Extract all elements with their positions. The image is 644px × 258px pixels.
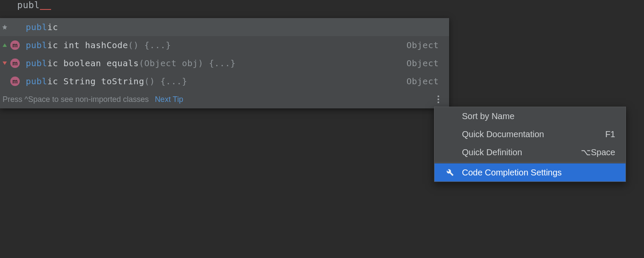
wrench-icon — [444, 168, 456, 177]
menu-item-label: Quick Documentation — [462, 129, 544, 139]
menu-separator — [434, 162, 626, 163]
menu-item-code-completion-settings[interactable]: Code Completion Settings — [434, 163, 626, 181]
kw-rest: ic — [47, 22, 58, 32]
completion-footer-hint: Press ^Space to see non-imported classes — [3, 95, 149, 104]
method-badge-icon: m — [10, 40, 20, 50]
completion-right-type: Object — [407, 40, 444, 50]
completion-sig: public int hashCode() {...} — [26, 40, 407, 50]
gutter-override-down — [1, 61, 9, 65]
editor-typed-text-value: publ — [17, 0, 40, 10]
arrow-up-icon — [3, 43, 7, 47]
menu-item-quick-documentation[interactable]: Quick Documentation F1 — [434, 125, 626, 143]
completion-footer: Press ^Space to see non-imported classes… — [0, 90, 449, 108]
menu-item-quick-definition[interactable]: Quick Definition ⌥Space — [434, 143, 626, 161]
completion-sig-keyword: public — [26, 22, 439, 32]
menu-item-shortcut: ⌥Space — [581, 147, 615, 157]
gutter-override-up — [1, 43, 9, 47]
arrow-down-icon — [3, 61, 7, 65]
menu-item-shortcut: F1 — [605, 129, 615, 139]
menu-item-sort-by-name[interactable]: Sort by Name — [434, 107, 626, 125]
menu-item-label: Quick Definition — [462, 147, 522, 157]
completion-item-method[interactable]: m public String toString() {...} Object — [0, 72, 449, 90]
completion-popup[interactable]: public m public int hashCode() {...} Obj… — [0, 18, 449, 108]
completion-right-type: Object — [407, 76, 444, 86]
kw-match: publ — [26, 22, 47, 32]
next-tip-link[interactable]: Next Tip — [155, 95, 183, 104]
completion-item-method[interactable]: m public int hashCode() {...} Object — [0, 36, 449, 54]
completion-sig: public String toString() {...} — [26, 76, 407, 86]
completion-right-type: Object — [407, 58, 444, 68]
completion-sig: public boolean equals(Object obj) {...} — [26, 58, 407, 68]
method-badge-icon: m — [10, 58, 20, 68]
method-badge-icon: m — [10, 77, 20, 86]
completion-icon-method: m — [9, 58, 21, 68]
completion-item-keyword[interactable]: public — [0, 18, 449, 36]
kebab-icon[interactable] — [434, 95, 443, 104]
completion-context-menu[interactable]: Sort by Name Quick Documentation F1 Quic… — [434, 107, 626, 182]
menu-item-label: Code Completion Settings — [462, 168, 562, 178]
completion-icon-method: m — [9, 40, 21, 50]
star-icon — [2, 24, 8, 30]
gutter-star — [1, 24, 9, 30]
completion-item-method[interactable]: m public boolean equals(Object obj) {...… — [0, 54, 449, 72]
caret-error-underline — [40, 0, 51, 10]
editor-typed-text: publ — [17, 0, 51, 11]
completion-icon-method: m — [9, 77, 21, 86]
menu-item-label: Sort by Name — [462, 111, 514, 121]
